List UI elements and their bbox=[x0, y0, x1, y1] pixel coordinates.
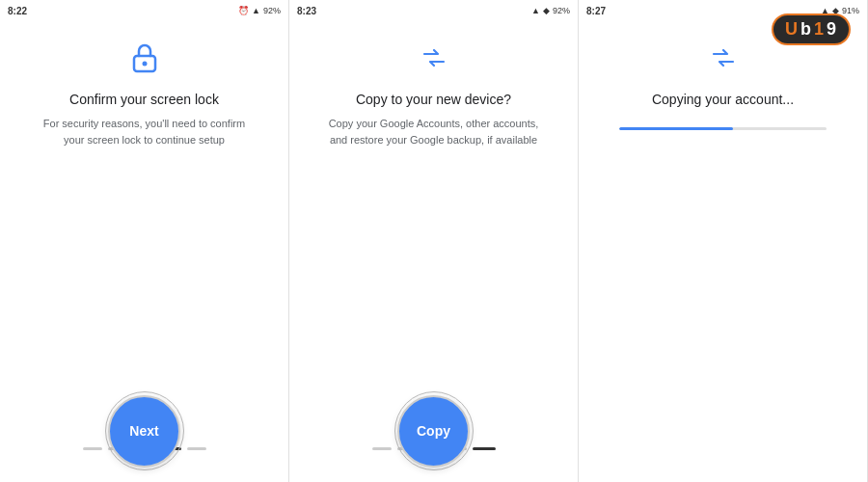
panel-3-content: Copying your account... bbox=[579, 21, 867, 482]
status-time-1: 8:22 bbox=[8, 6, 27, 16]
panel-1-title: Confirm your screen lock bbox=[69, 91, 219, 108]
progress-bar-container bbox=[619, 127, 827, 130]
battery-icon: 92% bbox=[263, 6, 281, 15]
next-button[interactable]: Next bbox=[108, 395, 180, 468]
dot-5 bbox=[187, 447, 206, 450]
screen-container: 8:22 ⏰ ▲ 92% Confirm your screen lock Fo… bbox=[0, 0, 868, 482]
copy-button[interactable]: Copy bbox=[397, 395, 470, 468]
panel-1-bottom: Next bbox=[0, 447, 288, 482]
button-ring-2: Copy bbox=[394, 391, 474, 470]
status-icons-2: ▲ ◆ 92% bbox=[531, 6, 570, 15]
panel-2-title: Copy to your new device? bbox=[356, 91, 511, 108]
svg-point-1 bbox=[142, 62, 147, 67]
dot-1 bbox=[83, 447, 102, 450]
battery-icon-3: 91% bbox=[842, 6, 859, 15]
transfer-icon-3 bbox=[706, 40, 741, 79]
panel-1-subtitle: For security reasons, you'll need to con… bbox=[39, 116, 251, 147]
status-time-2: 8:23 bbox=[297, 6, 316, 16]
watermark-b: b bbox=[800, 19, 812, 40]
dot2-5-active bbox=[473, 447, 496, 450]
dot2-1 bbox=[372, 447, 392, 450]
next-button-wrapper: Next bbox=[105, 391, 184, 470]
wifi-icon: ▲ bbox=[252, 6, 260, 15]
battery-icon-2: 92% bbox=[553, 6, 570, 15]
panel-2-content: Copy to your new device? Copy your Googl… bbox=[289, 21, 578, 447]
lock-icon bbox=[127, 40, 162, 79]
watermark-9: 9 bbox=[827, 19, 837, 40]
watermark-1: 1 bbox=[814, 19, 825, 40]
status-time-3: 8:27 bbox=[586, 6, 606, 16]
alarm-icon-2: ▲ bbox=[531, 6, 540, 15]
panel-2-subtitle: Copy your Google Accounts, other account… bbox=[328, 116, 540, 147]
status-bar-1: 8:22 ⏰ ▲ 92% bbox=[0, 0, 288, 21]
button-ring-1: Next bbox=[105, 391, 184, 470]
panel-1-content: Confirm your screen lock For security re… bbox=[0, 21, 288, 447]
panel-3-title: Copying your account... bbox=[652, 91, 794, 108]
panel-copy-to-device: 8:23 ▲ ◆ 92% Copy to your new device? Co… bbox=[289, 0, 579, 482]
transfer-icon-2 bbox=[417, 40, 451, 79]
copy-button-wrapper: Copy bbox=[394, 391, 474, 470]
alarm-icon: ⏰ bbox=[238, 6, 249, 15]
status-bar-2: 8:23 ▲ ◆ 92% bbox=[289, 0, 578, 21]
panel-confirm-screen-lock: 8:22 ⏰ ▲ 92% Confirm your screen lock Fo… bbox=[0, 0, 289, 482]
progress-bar-fill bbox=[619, 127, 733, 130]
panel-2-bottom: Copy bbox=[289, 447, 578, 482]
wifi-icon-2: ◆ bbox=[543, 6, 550, 15]
panel-copying-account: 8:27 ▲ ◆ 91% Copying your account... bbox=[579, 0, 868, 482]
watermark-u: U bbox=[785, 19, 799, 40]
status-icons-1: ⏰ ▲ 92% bbox=[238, 6, 281, 15]
watermark: U b 1 9 bbox=[772, 13, 851, 45]
